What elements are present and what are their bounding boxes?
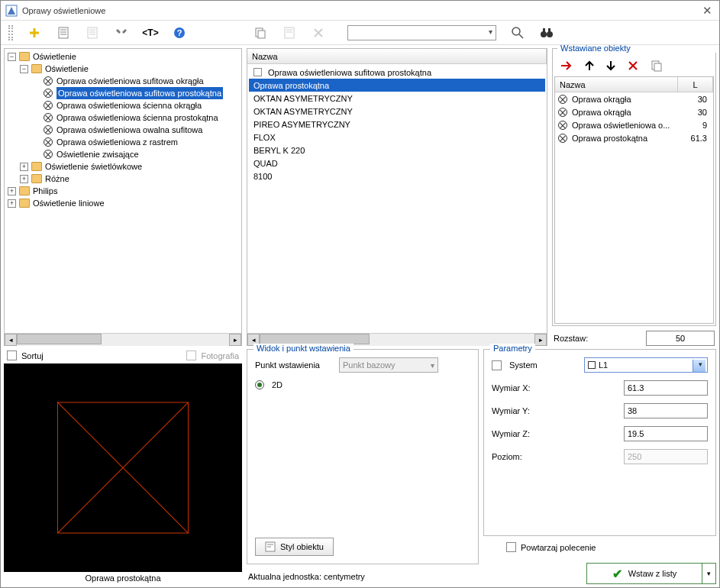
system-combo[interactable]: L1 [584, 357, 708, 373]
dim-x-label: Wymiar X: [492, 383, 568, 393]
document-disabled-icon [85, 25, 100, 40]
document-icon[interactable] [56, 25, 71, 40]
tree-root[interactable]: −Oświetlenie [8, 50, 240, 63]
close-button[interactable]: ✕ [699, 3, 715, 18]
tree-item[interactable]: Oprawa oświetleniowa ścienna okrągła [32, 99, 240, 111]
spacing-input[interactable] [646, 331, 715, 346]
insert-button[interactable]: ✔Wstaw z listy ▾ [586, 563, 716, 584]
toolbar-grip [8, 25, 13, 40]
level-label: Poziom: [492, 452, 568, 461]
text-tag-icon[interactable]: <T> [143, 25, 158, 40]
titlebar: Oprawy oświetleniowe ✕ [1, 1, 719, 21]
insert-point-combo[interactable]: Punkt bazowy [339, 357, 438, 373]
insert-fieldset: Widok i punkt wstawienia Punkt wstawieni… [247, 349, 479, 564]
names-row[interactable]: Oprawa prostokątna [249, 79, 545, 92]
object-row[interactable]: Oprawa oświetleniowa o...9 [555, 118, 713, 131]
svg-rect-1 [59, 27, 68, 38]
names-row[interactable]: BERYL K 220 [249, 144, 545, 157]
svg-rect-2 [88, 27, 97, 38]
dim-x-input[interactable] [624, 380, 708, 396]
sort-checkbox[interactable] [7, 351, 17, 360]
copy-icon[interactable] [253, 25, 268, 40]
svg-point-10 [547, 31, 553, 37]
objects-pane: Wstawiane obiekty Nazwa L Oprawa okr [552, 48, 716, 346]
names-list[interactable]: Oprawa oświetleniowa sufitowa prostokątn… [247, 64, 547, 333]
svg-rect-6 [258, 31, 265, 38]
names-pane: Nazwa Oprawa oświetleniowa sufitowa pros… [247, 48, 547, 346]
tree-item[interactable]: Oprawa oświetleniowa sufitowa okrągła [32, 75, 240, 87]
tools-icon[interactable] [114, 25, 129, 40]
search-combo[interactable] [347, 25, 496, 40]
square-icon [588, 361, 596, 369]
names-row[interactable]: OKTAN ASYMETRYCZNY [249, 92, 545, 105]
window: Oprawy oświetleniowe ✕ <T> ? −Oświetleni [0, 0, 720, 588]
objects-col-val[interactable]: L [678, 77, 713, 92]
tree-folder[interactable]: +Różne [20, 173, 240, 185]
unit-label: Aktualna jednostka: centymetry [247, 569, 479, 584]
photo-label: Fotografia [201, 351, 239, 360]
names-row[interactable]: OKTAN ASYMETRYCZNY [249, 105, 545, 118]
style-button[interactable]: Styl obiektu [255, 538, 334, 556]
sort-label: Sortuj [21, 351, 44, 360]
dim-y-input[interactable] [624, 403, 708, 418]
tree-pane: −Oświetlenie −Oświetlenie Oprawa oświetl… [4, 48, 242, 346]
tree-level2[interactable]: −Oświetlenie [20, 63, 240, 75]
tree-item[interactable]: Oprawa oświetleniowa ścienna prostokątna [32, 111, 240, 124]
mode-2d-label: 2D [272, 380, 283, 389]
delete-icon [311, 25, 326, 40]
tree-item[interactable]: Oświetlenie zwisające [32, 148, 240, 160]
level-input [624, 449, 708, 464]
arrow-down-icon[interactable] [606, 60, 615, 71]
names-row[interactable]: FLOX [249, 131, 545, 144]
object-row[interactable]: Oprawa prostokątna61.3 [555, 131, 713, 144]
insert-column: Widok i punkt wstawienia Punkt wstawieni… [247, 349, 479, 584]
tree-item[interactable]: Oprawa oświetleniowa owalna sufitowa [32, 124, 240, 136]
objects-title: Wstawiane obiekty [557, 45, 719, 53]
object-row[interactable]: Oprawa okrągła30 [555, 92, 713, 105]
arrow-right-icon[interactable] [560, 60, 573, 71]
dim-y-label: Wymiar Y: [492, 406, 568, 415]
svg-rect-12 [548, 28, 550, 32]
arrow-up-icon[interactable] [585, 60, 594, 71]
repeat-checkbox[interactable] [506, 542, 516, 552]
param-fieldset: Parametry System L1 Wymiar X: Wymiar Y: … [483, 349, 716, 536]
style-icon [265, 541, 276, 552]
objects-col-name[interactable]: Nazwa [555, 77, 678, 92]
names-row[interactable]: 8100 [249, 170, 545, 183]
mode-2d-row[interactable]: 2D [255, 380, 470, 389]
spacing-label: Rozstaw: [554, 334, 588, 343]
tree[interactable]: −Oświetlenie −Oświetlenie Oprawa oświetl… [5, 49, 241, 333]
names-header: Nazwa [247, 49, 547, 64]
system-label: System [509, 360, 563, 370]
tree-scrollbar[interactable]: ◂▸ [5, 333, 241, 345]
object-row[interactable]: Oprawa okrągła30 [555, 105, 713, 118]
insert-legend: Widok i punkt wstawienia [253, 344, 354, 353]
mode-2d-radio[interactable] [255, 380, 264, 389]
names-header-col[interactable]: Nazwa [247, 49, 547, 63]
names-row[interactable]: PIREO ASYMETRYCZNY [249, 118, 545, 131]
dim-z-input[interactable] [624, 426, 708, 441]
param-column: Parametry System L1 Wymiar X: Wymiar Y: … [483, 349, 716, 584]
system-checkbox[interactable] [492, 360, 502, 370]
binoculars-icon[interactable] [539, 25, 554, 40]
photo-checkbox[interactable] [186, 351, 196, 360]
tree-folder[interactable]: +Philips [8, 185, 240, 197]
svg-rect-11 [543, 28, 545, 32]
properties-icon [282, 25, 297, 40]
spacing-row: Rozstaw: [552, 326, 716, 346]
delete-x-icon[interactable] [628, 60, 638, 71]
svg-text:?: ? [177, 28, 182, 37]
tree-item[interactable]: Oprawa oświetleniowa sufitowa prostokątn… [32, 87, 240, 99]
copy-icon[interactable] [651, 60, 663, 72]
tree-item[interactable]: Oprawa oświetleniowa z rastrem [32, 136, 240, 148]
names-row[interactable]: QUAD [249, 157, 545, 170]
search-icon[interactable] [510, 25, 525, 40]
objects-table: Nazwa L Oprawa okrągła30Oprawa okrągła30… [554, 76, 714, 324]
tree-folder[interactable]: +Oświetlenie świetlówkowe [20, 160, 240, 173]
add-button[interactable] [27, 25, 42, 40]
param-legend: Parametry [490, 344, 535, 353]
help-icon[interactable]: ? [172, 25, 187, 40]
tree-folder[interactable]: +Oświetlenie liniowe [8, 197, 240, 209]
names-row[interactable]: Oprawa oświetleniowa sufitowa prostokątn… [249, 66, 545, 79]
insert-dropdown-arrow[interactable]: ▾ [702, 564, 715, 583]
